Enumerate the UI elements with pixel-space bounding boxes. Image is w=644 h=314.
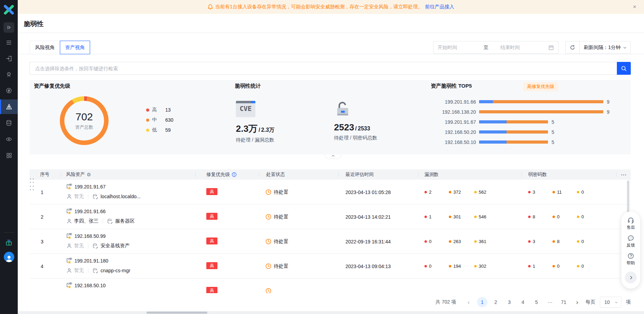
- severity-dot: [449, 240, 451, 243]
- eye-icon: [6, 136, 12, 143]
- asset-ip[interactable]: 199.201.91.180: [74, 258, 108, 264]
- person-icon: [66, 194, 72, 199]
- asset-group: 服务器区: [115, 218, 135, 224]
- sidebar-item-apps[interactable]: [0, 148, 18, 163]
- sidebar-item-assets[interactable]: [0, 115, 18, 130]
- asset-ip[interactable]: 199.201.91.66: [74, 209, 106, 214]
- count-value: 3: [533, 239, 535, 244]
- status-label: 待处置: [274, 189, 288, 195]
- asset-group: cnapp-cs-mgr: [101, 268, 130, 273]
- refresh-button[interactable]: [566, 41, 580, 54]
- count-value: 1: [429, 214, 431, 219]
- table-row[interactable]: 3 192.168.50.99暂无安全基线资产高待处置2022-09-19 16…: [30, 229, 631, 254]
- legend-dot: [146, 129, 149, 132]
- end-time-placeholder[interactable]: 结束时间: [500, 45, 520, 51]
- vulnerability-icon: [6, 103, 13, 110]
- prev-page-button[interactable]: ‹: [463, 297, 474, 307]
- bar-segment-orange: [507, 120, 548, 123]
- sidebar-item-insight[interactable]: [0, 132, 18, 146]
- chevron-down-icon[interactable]: [623, 46, 627, 50]
- status-label: 待处置: [274, 239, 288, 245]
- search-input[interactable]: [30, 62, 617, 75]
- table-row[interactable]: 192.168.50.10高: [30, 279, 631, 293]
- pagination-total: 共 702 项: [436, 299, 456, 305]
- feedback-bubble-icon: [627, 235, 634, 242]
- alert-banner: 当前有1台接入设备存在异常情况，可能会影响安全威胁检测，存在一定安全风险，请立即…: [18, 0, 644, 14]
- severity-dot: [552, 265, 555, 267]
- sidebar-expand-button[interactable]: [3, 22, 14, 33]
- host-icon: [66, 258, 72, 264]
- asset-secondary: 暂无localhost.localdo...: [66, 193, 141, 200]
- info-icon[interactable]: [232, 172, 237, 177]
- sidebar-item-vulnerability[interactable]: [0, 99, 18, 114]
- col-asset[interactable]: 风险资产 ⚙: [66, 169, 91, 180]
- count-value: 1: [533, 264, 535, 269]
- after-sales-button[interactable]: 售后: [627, 217, 635, 231]
- col-vuln: 漏洞数: [424, 169, 439, 180]
- collapse-stats-button[interactable]: [325, 154, 341, 159]
- page-button[interactable]: 4: [518, 297, 528, 307]
- alert-banner-link[interactable]: 前往产品接入: [425, 4, 454, 10]
- col-priority[interactable]: 修复优先级: [206, 169, 237, 180]
- start-time-placeholder[interactable]: 开始时间: [438, 45, 457, 51]
- feedback-button[interactable]: 反馈: [627, 235, 635, 248]
- count-value: 0: [581, 264, 584, 269]
- page-button[interactable]: 5: [531, 297, 542, 307]
- host-icon: [66, 282, 72, 289]
- host-icon: [66, 208, 72, 215]
- sidebar-divider: [3, 232, 14, 233]
- page-button[interactable]: 1: [477, 297, 487, 307]
- count-value: 0: [429, 239, 431, 244]
- more-columns-icon[interactable]: ···: [621, 169, 627, 180]
- sidebar-item-menu[interactable]: [0, 35, 18, 50]
- user-avatar[interactable]: [4, 252, 14, 262]
- page-ellipsis[interactable]: ···: [545, 297, 555, 307]
- asset-group: 安全基线资产: [101, 243, 130, 249]
- page-button[interactable]: 2: [491, 297, 501, 307]
- date-range-picker[interactable]: 开始时间 至 结束时间: [433, 41, 558, 54]
- table-row[interactable]: 4 199.201.91.180暂无cnapp-cs-mgr高待处置2023-0…: [30, 254, 631, 279]
- vuln-count: 301: [449, 204, 461, 229]
- page-size-select[interactable]: 10: [600, 297, 621, 308]
- gear-icon[interactable]: ⚙: [87, 172, 91, 177]
- sidebar-item-access[interactable]: [0, 51, 18, 66]
- clock-icon: [265, 239, 271, 244]
- page-header: 脆弱性: [18, 14, 644, 33]
- tab-risk-view[interactable]: 风险视角: [30, 41, 60, 54]
- calendar-icon[interactable]: [548, 45, 554, 50]
- severity-dot: [552, 191, 555, 193]
- help-button[interactable]: 帮助: [627, 252, 635, 266]
- table-row[interactable]: 2 199.201.91.66李四、张三服务器区高待处置2023-04-13 1…: [30, 204, 631, 229]
- next-page-button[interactable]: ›: [572, 297, 582, 307]
- vuln-total-value: 2.3万: [261, 127, 275, 134]
- horizontal-scrollbar-thumb[interactable]: [146, 312, 207, 314]
- sidebar-item-detection[interactable]: [0, 83, 18, 98]
- legend-dot: [146, 119, 149, 122]
- search-button[interactable]: [617, 62, 631, 75]
- chevron-up-icon: [331, 154, 335, 158]
- severity-dot: [528, 216, 531, 218]
- asset-ip[interactable]: 192.168.50.10: [74, 283, 106, 288]
- row-drag-handle[interactable]: [30, 178, 34, 190]
- top5-bar-label: 192.168.50.20: [431, 129, 476, 135]
- tab-asset-view[interactable]: 资产视角: [60, 41, 90, 54]
- table-row[interactable]: 1 199.201.91.67暂无localhost.localdo...高待处…: [30, 180, 631, 204]
- collapse-menu-button[interactable]: [625, 272, 637, 283]
- page-button[interactable]: 71: [558, 297, 569, 307]
- page-button[interactable]: 3: [504, 297, 515, 307]
- sidebar-item-monitor[interactable]: [0, 67, 18, 82]
- horizontal-scrollbar[interactable]: [18, 311, 644, 314]
- top5-bar-label: 199.201.91.67: [431, 119, 476, 125]
- assess-time: 2023-04-13 01:05:28: [345, 180, 391, 204]
- brand-logo-icon[interactable]: [3, 5, 14, 15]
- sidebar-item-whats-new[interactable]: [0, 235, 18, 250]
- close-icon[interactable]: ×: [631, 3, 638, 11]
- product-access-icon: [6, 55, 12, 62]
- weak-kpi-label: 待处理 / 弱密码总数: [334, 135, 377, 141]
- asset-primary: 192.168.50.10: [66, 282, 106, 289]
- asset-ip[interactable]: 192.168.50.99: [74, 233, 106, 239]
- asset-ip[interactable]: 199.201.91.67: [74, 184, 106, 190]
- legend-label: 高: [152, 107, 165, 113]
- asset-primary: 199.201.91.66: [66, 208, 106, 215]
- row-seq: 4: [41, 254, 43, 279]
